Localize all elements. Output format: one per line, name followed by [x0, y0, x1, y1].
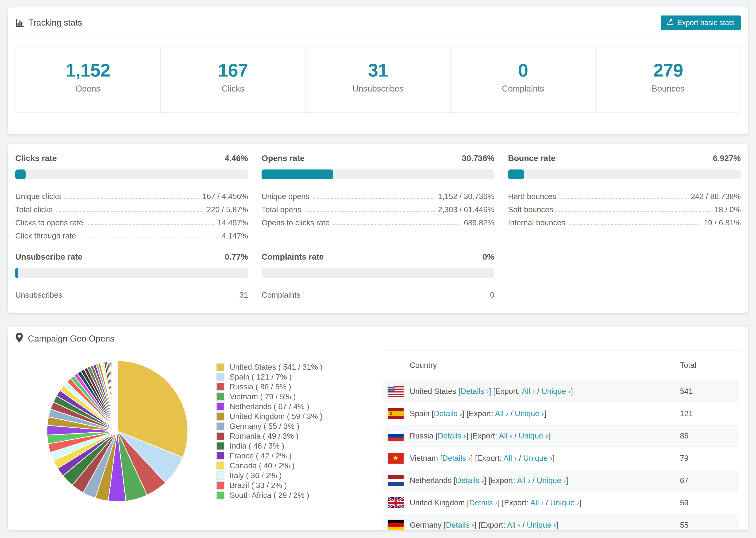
details-link[interactable]: Details ›	[460, 387, 489, 396]
total-value: 79	[680, 454, 739, 463]
metric-row: Soft bounces18 / 0%	[508, 201, 741, 214]
legend-item: United States ( 541 / 31% )	[216, 362, 378, 372]
metric-row: Unique clicks167 / 4.456%	[15, 188, 248, 201]
export-unique-link[interactable]: Unique ›	[515, 409, 544, 418]
metric-row: Hard bounces242 / 86.738%	[508, 188, 741, 201]
stat-label: Bounces	[596, 84, 740, 94]
legend-item: Russia ( 86 / 5% )	[216, 382, 378, 392]
bracket: ]	[553, 454, 555, 462]
progress-bar	[261, 268, 494, 278]
export-unique-link[interactable]: Unique ›	[519, 431, 548, 440]
progress-bar	[261, 170, 494, 179]
ru-flag-icon	[388, 430, 404, 441]
total-value: 541	[680, 387, 739, 396]
legend-label: South Africa ( 29 / 2% )	[230, 491, 309, 500]
metric-row: Clicks to opens rate14.497%	[15, 214, 248, 227]
metric-label: Total clicks	[15, 205, 53, 214]
separator: /	[517, 454, 523, 462]
table-row: Germany [Details ›] [Export: All › / Uni…	[383, 514, 739, 530]
metric-row: Total opens2,303 / 61.446%	[261, 201, 494, 214]
map-pin-icon	[15, 333, 23, 345]
metric-label: Complaints	[261, 291, 300, 299]
metric-leader	[80, 238, 219, 238]
metric-rows: Hard bounces242 / 86.738%Soft bounces18 …	[508, 188, 741, 227]
details-link[interactable]: Details ›	[434, 409, 462, 418]
legend-item: South Africa ( 29 / 2% )	[216, 490, 378, 500]
stat-value: 167	[161, 60, 305, 81]
export-unique-link[interactable]: Unique ›	[523, 454, 553, 462]
total-value: 86	[680, 431, 739, 440]
country-cell: Spain [Details ›] [Export: All › / Uniqu…	[410, 409, 680, 418]
metric-label: Total opens	[261, 205, 301, 214]
metric-rows: Unique clicks167 / 4.456%Total clicks220…	[15, 188, 248, 241]
legend-item: Brazil ( 33 / 2% )	[216, 480, 378, 490]
rate-value: 0.77%	[225, 252, 248, 261]
rate-header: Opens rate30.736%	[261, 153, 494, 163]
export-unique-link[interactable]: Unique ›	[527, 521, 556, 529]
details-link[interactable]: Details ›	[442, 454, 471, 462]
bracket: [	[467, 498, 469, 507]
rate-value: 6.927%	[713, 153, 741, 163]
table-row: Netherlands [Details ›] [Export: All › /…	[383, 469, 739, 492]
details-link[interactable]: Details ›	[456, 476, 484, 485]
export-all-link[interactable]: All ›	[503, 454, 517, 462]
export-unique-link[interactable]: Unique ›	[550, 498, 579, 507]
progress-fill	[261, 170, 333, 179]
metric-rows: Unique opens1,152 / 30.736%Total opens2,…	[261, 188, 494, 227]
country-name: Russia	[410, 431, 436, 440]
bracket: [	[454, 476, 456, 485]
metric-leader	[87, 224, 214, 225]
bracket: ] [Export:	[498, 498, 530, 507]
export-all-link[interactable]: All ›	[499, 431, 512, 440]
export-unique-link[interactable]: Unique ›	[537, 476, 566, 485]
total-value: 67	[680, 476, 739, 485]
legend-item: United Kingdom ( 59 / 3% )	[216, 411, 378, 421]
metric-label: Unique opens	[261, 192, 309, 201]
metric-leader	[64, 198, 199, 199]
export-unique-link[interactable]: Unique ›	[541, 387, 571, 396]
legend-item: Vietnam ( 79 / 5% )	[216, 392, 378, 402]
geo-pie-chart	[45, 358, 190, 504]
export-all-link[interactable]: All ›	[530, 498, 544, 507]
export-all-link[interactable]: All ›	[507, 521, 520, 529]
export-basic-stats-button[interactable]: Export basic stats	[661, 16, 741, 30]
legend-swatch	[216, 373, 225, 381]
country-cell: United Kingdom [Details ›] [Export: All …	[410, 498, 680, 507]
rate-value: 4.46%	[225, 153, 248, 163]
metric-value: 689.82%	[464, 218, 494, 227]
legend-label: France ( 42 / 2% )	[230, 452, 292, 460]
export-all-link[interactable]: All ›	[517, 476, 530, 485]
table-row: Russia [Details ›] [Export: All › / Uniq…	[383, 425, 739, 447]
stat-summary-row: 1,152Opens167Clicks31Unsubscribes0Compla…	[15, 46, 741, 113]
bracket: [	[444, 521, 446, 529]
country-name: United States	[410, 387, 458, 396]
bracket: ] [Export:	[484, 476, 517, 485]
legend-item: Germany ( 55 / 3% )	[216, 421, 378, 431]
export-all-link[interactable]: All ›	[495, 409, 508, 418]
bracket: ] [Export:	[471, 454, 503, 462]
stat-card: 31Unsubscribes	[305, 46, 451, 113]
legend-item: Romania ( 49 / 3% )	[216, 431, 378, 441]
legend-label: Germany ( 55 / 3% )	[230, 422, 299, 431]
metric-value: 4.147%	[222, 232, 248, 241]
separator: /	[520, 521, 527, 529]
metric-label: Unique clicks	[15, 192, 61, 201]
rate-block: Bounce rate6.927%Hard bounces242 / 86.73…	[508, 153, 741, 241]
bracket: ]	[566, 476, 568, 485]
details-link[interactable]: Details ›	[446, 521, 474, 529]
bracket: [	[436, 431, 438, 440]
metric-label: Unsubscribes	[15, 291, 62, 299]
metric-value: 242 / 86.738%	[691, 192, 741, 201]
table-row: United States [Details ›] [Export: All ›…	[383, 380, 739, 402]
tracking-stats-card: Tracking stats Export basic stats 1,152O…	[8, 7, 748, 134]
metric-label: Clicks to opens rate	[15, 218, 83, 227]
legend-swatch	[216, 442, 225, 450]
details-link[interactable]: Details ›	[438, 431, 466, 440]
metric-leader	[333, 224, 460, 225]
de-flag-icon	[388, 520, 404, 530]
legend-swatch	[216, 432, 225, 440]
export-all-link[interactable]: All ›	[522, 387, 535, 396]
details-link[interactable]: Details ›	[469, 498, 498, 507]
metric-value: 220 / 5.87%	[207, 205, 248, 214]
country-cell: Vietnam [Details ›] [Export: All › / Uni…	[410, 454, 680, 463]
